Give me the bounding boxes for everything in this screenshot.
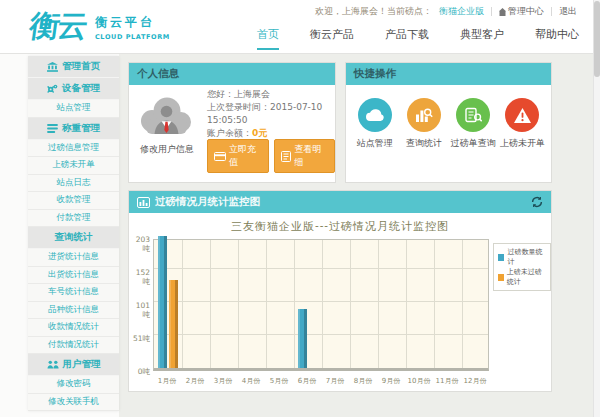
view-detail-button[interactable]: 查看明细 <box>274 139 335 173</box>
sidebar-item-label: 管理首页 <box>62 60 100 73</box>
sidebar-item-label: 收款情况统计 <box>48 321 99 333</box>
sidebar-item[interactable]: 车号统计信息 <box>28 284 119 302</box>
sidebar-item[interactable]: 付款情况统计 <box>28 337 119 355</box>
sidebar-item[interactable]: 修改关联手机 <box>28 394 119 412</box>
sidebar-item-label: 称重管理 <box>62 122 100 135</box>
gridline <box>378 240 379 368</box>
user-topbar: 欢迎，上海展会！当前磅点： 衡猫企业版 管理中心 退出 <box>315 5 577 18</box>
sidebar-item[interactable]: 出货统计信息 <box>28 267 119 285</box>
sidebar-item-label: 设备管理 <box>62 82 100 95</box>
logo: 衡云 衡云平台 CLOUD PLATFORM <box>30 7 170 45</box>
balance-label: 账户余额： <box>207 128 252 138</box>
last-login-text: 上次登录时间：2015-07-10 15:05:50 <box>207 101 331 127</box>
sidebar-section[interactable]: 查询统计 <box>28 227 119 249</box>
greeting-text: 您好：上海展会 <box>207 88 331 101</box>
x-tick-label: 11月份 <box>433 376 461 386</box>
scrollbar-thumb[interactable] <box>594 1 600 77</box>
legend-label: 过磅数量统计 <box>507 247 546 267</box>
main-nav: 首页衡云产品产品下载典型客户帮助中心 <box>257 27 579 50</box>
y-tick-label: 152吨 <box>129 268 150 287</box>
recharge-button[interactable]: 立即充值 <box>207 139 269 173</box>
sidebar-item-label: 站点管理 <box>57 102 91 114</box>
x-tick-label: 2月份 <box>181 376 209 386</box>
sidebar-item[interactable]: 付款管理 <box>28 210 119 228</box>
x-tick-label: 9月份 <box>377 376 405 386</box>
separator <box>551 7 552 16</box>
admin-center-link[interactable]: 管理中心 <box>499 5 544 18</box>
sidebar-item-label: 修改关联手机 <box>48 396 99 408</box>
chart-search-icon <box>407 98 441 132</box>
bar-过磅数量统计-6月份 <box>298 309 307 368</box>
quick-actions-body: 站点管理查询统计过磅单查询上磅未开单 <box>346 85 551 182</box>
quick-action[interactable]: 查询统计 <box>400 98 448 182</box>
bar-过磅数量统计-1月份 <box>158 236 167 368</box>
gridline <box>154 268 488 269</box>
sidebar-item[interactable]: 品种统计信息 <box>28 302 119 320</box>
x-tick-label: 7月份 <box>321 376 349 386</box>
quick-action-label: 上磅未开单 <box>498 138 546 149</box>
sidebar-item[interactable]: 修改密码 <box>28 376 119 394</box>
sidebar-item-label: 用户管理 <box>63 358 101 371</box>
y-tick-label: 51吨 <box>129 334 150 344</box>
nav-item[interactable]: 产品下载 <box>385 27 429 50</box>
sidebar-item[interactable]: 站点管理 <box>28 100 119 118</box>
x-tick-label: 4月份 <box>237 376 265 386</box>
chart-title: 三友衡猫企业版---过磅情况月统计监控图 <box>129 219 551 234</box>
quick-action-label: 过磅单查询 <box>449 138 497 149</box>
welcome-text: 欢迎，上海展会！当前磅点： <box>315 5 432 18</box>
gridline <box>182 240 183 368</box>
chart-panel: 过磅情况月统计监控图 三友衡猫企业版---过磅情况月统计监控图 0吨51吨101… <box>128 190 552 392</box>
nav-item[interactable]: 衡云产品 <box>310 27 354 50</box>
gridline <box>210 240 211 368</box>
x-tick-label: 8月份 <box>349 376 377 386</box>
profile-panel-header: 个人信息 <box>129 63 335 85</box>
y-tick-label: 101吨 <box>129 301 150 320</box>
bank-icon <box>47 62 58 72</box>
sidebar-item-label: 查询统计 <box>55 231 93 244</box>
logout-link[interactable]: 退出 <box>559 5 577 18</box>
profile-info: 您好：上海展会 上次登录时间：2015-07-10 15:05:50 账户余额：… <box>207 88 331 140</box>
nav-item[interactable]: 首页 <box>257 27 279 50</box>
separator <box>491 7 492 16</box>
sidebar-item[interactable]: 上磅未开单 <box>28 157 119 175</box>
bar-chart-icon <box>137 197 150 208</box>
legend-item: 过磅数量统计 <box>498 247 546 267</box>
scrollbar[interactable] <box>593 0 600 417</box>
sidebar-item-label: 站点日志 <box>57 177 91 189</box>
chart-legend: 过磅数量统计上磅未过磅统计 <box>493 243 551 291</box>
sidebar: 管理首页设备管理站点管理称重管理过磅信息管理上磅未开单站点日志收款管理付款管理查… <box>28 56 119 411</box>
quick-actions-panel: 快捷操作 站点管理查询统计过磅单查询上磅未开单 <box>345 62 552 183</box>
sidebar-section[interactable]: 管理首页 <box>28 56 119 78</box>
gears-icon <box>47 84 58 94</box>
last-login-label: 上次登录时间： <box>207 102 270 112</box>
sidebar-item[interactable]: 站点日志 <box>28 175 119 193</box>
recharge-button-label: 立即充值 <box>229 143 262 169</box>
x-tick-label: 1月份 <box>153 376 181 386</box>
chart-body: 三友衡猫企业版---过磅情况月统计监控图 0吨51吨101吨152吨203吨 1… <box>129 213 551 391</box>
sidebar-item-label: 付款管理 <box>57 212 91 224</box>
sidebar-section[interactable]: 称重管理 <box>28 118 119 140</box>
gridline <box>350 240 351 368</box>
edition-link[interactable]: 衡猫企业版 <box>439 5 484 18</box>
quick-action[interactable]: 过磅单查询 <box>449 98 497 182</box>
gridline <box>462 240 463 368</box>
sidebar-section[interactable]: 用户管理 <box>28 354 119 376</box>
sidebar-section[interactable]: 设备管理 <box>28 78 119 100</box>
edit-user-link[interactable]: 修改用户信息 <box>129 143 205 156</box>
plot-area <box>153 239 489 371</box>
profile-panel-body: 修改用户信息 您好：上海展会 上次登录时间：2015-07-10 15:05:5… <box>129 85 335 182</box>
chart-panel-header: 过磅情况月统计监控图 <box>129 191 551 213</box>
refresh-icon[interactable] <box>531 196 543 208</box>
nav-item[interactable]: 典型客户 <box>460 27 504 50</box>
sidebar-item[interactable]: 进货统计信息 <box>28 249 119 267</box>
card-icon <box>214 152 226 161</box>
nav-item[interactable]: 帮助中心 <box>535 27 579 50</box>
quick-action[interactable]: 站点管理 <box>351 98 399 182</box>
profile-panel: 个人信息 修改用户信息 您好：上海展会 上次登录时间：2015-07-10 15… <box>128 62 336 183</box>
sidebar-item[interactable]: 收款管理 <box>28 192 119 210</box>
sidebar-item[interactable]: 过磅信息管理 <box>28 140 119 158</box>
sidebar-item[interactable]: 收款情况统计 <box>28 319 119 337</box>
quick-action[interactable]: 上磅未开单 <box>498 98 546 182</box>
sidebar-item-label: 修改密码 <box>57 378 91 390</box>
quick-action-label: 站点管理 <box>351 138 399 149</box>
